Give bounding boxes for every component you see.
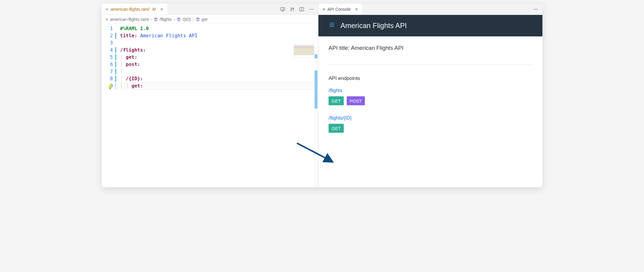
console-tab-label: API Console xyxy=(327,7,351,12)
editor-tab-american-flights[interactable]: ≡ american-flights.raml M ✕ xyxy=(102,4,168,15)
code-content[interactable]: #%RAML 1.0title: American Flights API/fl… xyxy=(116,24,318,187)
code-line[interactable]: │ xyxy=(116,68,318,75)
svg-point-1 xyxy=(291,10,292,11)
svg-point-5 xyxy=(311,9,312,9)
scrollbar-change-marker xyxy=(315,70,318,109)
api-console-header: American Flights API xyxy=(318,15,542,36)
breadcrumb-part: /{ID} xyxy=(183,17,191,22)
split-editor-icon[interactable] xyxy=(299,7,304,12)
line-number: 4 xyxy=(102,47,113,54)
close-icon[interactable]: ✕ xyxy=(160,7,164,12)
api-console-body: API title: American Flights API API endp… xyxy=(318,36,542,187)
svg-point-6 xyxy=(312,9,313,9)
code-line[interactable]: │ get: xyxy=(116,54,318,61)
breadcrumb[interactable]: ≡ american-flights.raml › /flights › /{I… xyxy=(102,15,318,24)
breadcrumb-file: american-flights.raml xyxy=(110,17,149,22)
code-line[interactable]: /flights: xyxy=(116,47,318,54)
line-number: 1 xyxy=(102,25,113,32)
code-line[interactable]: title: American Flights API xyxy=(116,32,318,39)
endpoint: /flightsGETPOST xyxy=(329,88,532,105)
scrollbar[interactable] xyxy=(314,44,318,187)
code-line[interactable]: │ post: xyxy=(116,61,318,68)
editor-pane: ≡ american-flights.raml M ✕ xyxy=(102,4,318,187)
line-gutter: 123456789 xyxy=(102,24,116,187)
editor-tabbar-actions xyxy=(276,4,318,15)
cube-icon xyxy=(154,17,158,21)
endpoint-path[interactable]: /flights/{ID} xyxy=(329,115,532,121)
svg-rect-0 xyxy=(281,7,285,10)
divider xyxy=(329,64,532,65)
svg-point-7 xyxy=(534,9,534,9)
lightbulb-icon[interactable]: 💡 xyxy=(108,83,113,90)
file-icon: ≡ xyxy=(106,17,108,22)
endpoint-path[interactable]: /flights xyxy=(329,88,532,93)
hamburger-icon[interactable] xyxy=(329,21,335,30)
file-icon: ≡ xyxy=(106,7,108,11)
code-line[interactable]: 💡│ │ get: xyxy=(116,82,318,89)
line-number: 8 xyxy=(102,75,113,82)
cube-icon xyxy=(177,17,181,21)
preview-icon[interactable] xyxy=(280,7,285,12)
api-console-pane: ≡ API Console ✕ American Flights API API… xyxy=(318,4,542,187)
line-number: 7 xyxy=(102,68,113,75)
svg-point-9 xyxy=(537,9,537,9)
line-number: 2 xyxy=(102,32,113,39)
method-badge-get[interactable]: GET xyxy=(329,124,344,133)
api-title-line: API title: American Flights API xyxy=(329,45,532,51)
console-tabbar: ≡ API Console ✕ xyxy=(318,4,542,15)
compare-icon[interactable] xyxy=(290,7,295,12)
line-number: 5 xyxy=(102,54,113,61)
line-number: 6 xyxy=(102,61,113,68)
tab-api-console[interactable]: ≡ API Console ✕ xyxy=(318,4,363,15)
code-line[interactable]: │ /{ID}: xyxy=(116,75,318,82)
svg-point-2 xyxy=(293,7,294,8)
more-icon[interactable] xyxy=(533,7,538,12)
file-icon: ≡ xyxy=(323,7,325,12)
code-line[interactable] xyxy=(116,39,318,47)
close-icon[interactable]: ✕ xyxy=(355,7,358,12)
code-line[interactable]: #%RAML 1.0 xyxy=(116,25,318,32)
breadcrumb-part: /flights xyxy=(160,17,172,22)
editor-tabbar: ≡ american-flights.raml M ✕ xyxy=(102,4,318,15)
code-editor[interactable]: 123456789 #%RAML 1.0title: American Flig… xyxy=(102,24,318,187)
more-icon[interactable] xyxy=(309,7,314,12)
endpoints-heading: API endpoints xyxy=(329,75,532,81)
svg-point-4 xyxy=(309,9,310,9)
method-badge-post[interactable]: POST xyxy=(347,96,365,105)
line-number: 3 xyxy=(102,39,113,47)
method-badge-get[interactable]: GET xyxy=(329,96,344,105)
cube-icon xyxy=(196,17,200,21)
tab-filename: american-flights.raml xyxy=(111,7,149,12)
breadcrumb-part: get xyxy=(202,17,207,22)
tab-modified-marker: M xyxy=(152,7,156,12)
scrollbar-change-marker xyxy=(315,54,318,58)
endpoint: /flights/{ID}GET xyxy=(329,115,532,133)
ide-window: ≡ american-flights.raml M ✕ xyxy=(102,4,542,187)
svg-point-8 xyxy=(535,9,536,9)
api-console-title: American Flights API xyxy=(340,21,407,30)
